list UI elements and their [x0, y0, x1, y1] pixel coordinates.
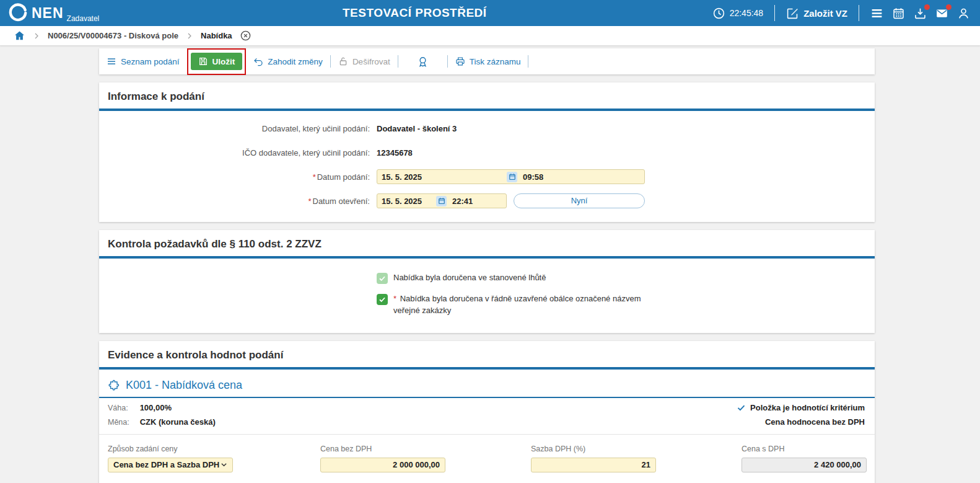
clock-icon — [712, 7, 725, 20]
zpusob-zadani-cell: Způsob zadání ceny Cena bez DPH a Sazba … — [108, 445, 320, 483]
section-informace-k-podani: Informace k podání Dodavatel, který učin… — [99, 82, 875, 222]
datepicker-calendar-icon[interactable] — [507, 172, 517, 182]
breadcrumb: N006/25/V00004673 - Disková pole Nabídka — [0, 26, 980, 46]
field-label: IČO dodavatele, který učinil podání: — [99, 148, 377, 157]
record-toolbar: Seznam podání Uložit Zahodit změny Dešif… — [99, 48, 875, 74]
field-label: *Datum otevření: — [99, 197, 377, 206]
main-menu-button[interactable] — [870, 7, 883, 20]
chevron-right-icon — [33, 32, 40, 40]
datum-podani-time-value[interactable]: 09:58 — [523, 172, 543, 182]
field-label: Dodavatel, který učinil podání: — [99, 124, 377, 133]
divider — [398, 55, 398, 68]
datum-otevreni-time-value[interactable]: 22:41 — [452, 197, 473, 206]
tisk-zaznamu-button[interactable]: Tisk záznamu — [455, 56, 521, 66]
field-row-datum-otevreni: *Datum otevření: 15. 5. 2025 22:41 Nyní — [99, 193, 875, 208]
sazba-dph-label: Sazba DPH (%) — [531, 445, 742, 453]
required-asterisk: * — [393, 294, 399, 303]
home-icon[interactable] — [14, 30, 25, 42]
check-icon — [737, 403, 746, 412]
mena-value: CZK (koruna česká) — [140, 417, 216, 427]
clock-time: 22:45:48 — [730, 8, 764, 18]
ico-value: 12345678 — [377, 148, 413, 157]
checkbox-label: Nabídka byla doručena ve stanovené lhůtě — [393, 272, 546, 284]
user-icon — [957, 7, 970, 20]
desifrovat-button[interactable]: Dešifrovat — [338, 56, 390, 66]
divider — [859, 5, 859, 21]
downloads-button[interactable] — [914, 7, 927, 20]
datum-otevreni-input[interactable]: 15. 5. 2025 22:41 — [377, 193, 507, 208]
field-row-datum-podani: *Datum podání: 15. 5. 2025 09:58 — [99, 169, 875, 184]
field-label: *Datum podání: — [99, 172, 377, 182]
sazba-dph-input[interactable]: 21 — [531, 458, 656, 472]
divider — [774, 5, 775, 21]
cena-bez-dph-cell: Cena bez DPH 2 000 000,00 — [320, 445, 531, 483]
brand-subtitle: Zadavatel — [67, 14, 100, 23]
mena-row: Měna: CZK (koruna česká) Cena hodnocena … — [99, 412, 875, 427]
calendar-button[interactable] — [892, 7, 905, 20]
nen-logo[interactable]: NEN Zadavatel — [9, 1, 117, 25]
required-asterisk: * — [308, 197, 311, 206]
checkbox-obalka[interactable] — [377, 294, 388, 305]
kriterium-header: K001 - Nabídková cena — [99, 370, 875, 397]
cena-bez-dph-label: Cena bez DPH — [320, 445, 531, 453]
messages-button[interactable] — [935, 7, 948, 20]
datum-podani-date-value[interactable]: 15. 5. 2025 — [382, 172, 507, 182]
datum-otevreni-date-value[interactable]: 15. 5. 2025 — [382, 197, 436, 206]
zpusob-zadani-select[interactable]: Cena bez DPH a Sazba DPH — [108, 458, 233, 472]
tisk-zaznamu-label: Tisk záznamu — [470, 57, 521, 66]
list-icon — [107, 56, 116, 66]
cena-s-dph-cell: Cena s DPH 2 420 000,00 Hodnota DPH 420 … — [742, 445, 867, 483]
mena-label: Měna: — [108, 418, 138, 427]
zalozit-vz-label: Založit VZ — [803, 8, 847, 19]
nyni-button[interactable]: Nyní — [514, 193, 645, 208]
cena-bez-dph-input[interactable]: 2 000 000,00 — [320, 458, 445, 472]
field-row-ico: IČO dodavatele, který učinil podání: 123… — [99, 145, 875, 160]
chevron-right-icon — [186, 32, 193, 40]
checkbox-row-lhuta: Nabídka byla doručena ve stanovené lhůtě — [377, 272, 875, 284]
mail-notification-dot — [946, 4, 952, 10]
section-title: Kontrola požadavků dle § 110 odst. 2 ZZV… — [99, 230, 875, 256]
edit-square-icon — [786, 7, 799, 20]
printer-icon — [455, 56, 465, 66]
sazba-dph-cell: Sazba DPH (%) 21 — [531, 445, 742, 483]
zpusob-zadani-label: Způsob zadání ceny — [108, 445, 320, 453]
user-profile-button[interactable] — [957, 7, 970, 20]
section-title: Evidence a kontrola hodnot podání — [99, 341, 875, 367]
flag-cena-bez-dph: Cena hodnocena bez DPH — [765, 417, 865, 427]
unlock-icon — [338, 56, 348, 66]
flag-hodnotici-kriterium: Položka je hodnotící kritérium — [737, 403, 865, 412]
zahodit-zmeny-button[interactable]: Zahodit změny — [253, 56, 323, 66]
save-floppy-icon — [198, 56, 208, 66]
seznam-podani-label: Seznam podání — [121, 57, 180, 66]
certificate-button[interactable] — [417, 56, 429, 68]
ulozit-button[interactable]: Uložit — [191, 53, 243, 70]
required-asterisk: * — [313, 172, 316, 182]
calendar-icon — [892, 7, 905, 20]
breadcrumb-item-zakazka[interactable]: N006/25/V00004673 - Disková pole — [48, 31, 178, 40]
zahodit-zmeny-label: Zahodit změny — [268, 57, 323, 66]
cena-s-dph-label: Cena s DPH — [742, 445, 867, 453]
close-tab-icon[interactable] — [240, 30, 252, 42]
top-bar: NEN Zadavatel TESTOVACÍ PROSTŘEDÍ 22:45:… — [0, 0, 980, 26]
section-kontrola-pozadavku: Kontrola požadavků dle § 110 odst. 2 ZZV… — [99, 230, 875, 333]
ulozit-label: Uložit — [212, 57, 235, 66]
zalozit-vz-button[interactable]: Založit VZ — [786, 7, 847, 20]
breadcrumb-item-nabidka[interactable]: Nabídka — [201, 31, 232, 40]
desifrovat-label: Dešifrovat — [352, 57, 390, 66]
vaha-label: Váha: — [108, 404, 138, 412]
checkbox-label: * Nabídka byla doručena v řádně uzavřené… — [393, 293, 654, 317]
puzzle-icon — [108, 379, 120, 391]
datepicker-calendar-icon[interactable] — [436, 196, 447, 206]
download-notification-dot — [924, 4, 930, 10]
nen-ring-icon — [9, 3, 27, 22]
chevron-down-icon — [221, 461, 227, 468]
vaha-row: Váha: 100,00% Položka je hodnotící krité… — [99, 398, 875, 412]
dodavatel-value: Dodavatel - školení 3 — [377, 124, 457, 133]
brand-text: NEN — [32, 1, 64, 25]
datum-podani-input[interactable]: 15. 5. 2025 09:58 — [377, 169, 645, 184]
vaha-value: 100,00% — [140, 403, 172, 412]
checkbox-lhuta — [377, 273, 388, 284]
hamburger-icon — [870, 7, 883, 20]
ribbon-award-icon — [417, 56, 429, 68]
seznam-podani-button[interactable]: Seznam podání — [107, 56, 180, 66]
